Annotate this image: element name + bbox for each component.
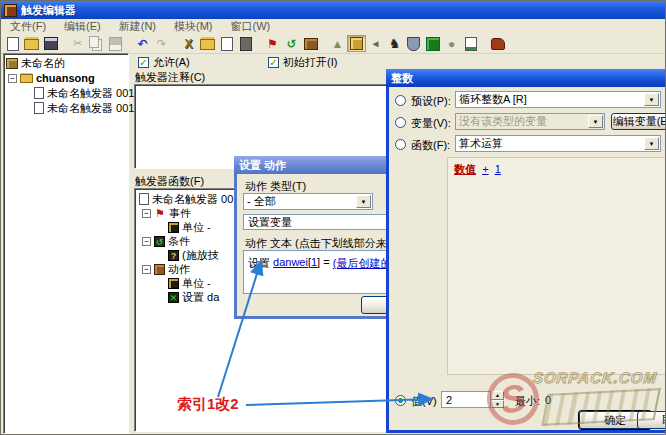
window-title: 触发编辑器 — [21, 3, 76, 18]
tree-root-map[interactable]: 未命名的 — [6, 56, 65, 70]
new-condition-icon[interactable] — [282, 35, 301, 52]
test-map-icon[interactable] — [488, 35, 507, 52]
preset-label: 预设(P): — [411, 94, 451, 109]
integer-cancel-button[interactable]: 取消 — [637, 411, 666, 429]
function-expression-box: 数值 + 1 — [447, 157, 666, 375]
value-text: 2 — [446, 394, 452, 406]
unit-action-icon — [168, 278, 179, 289]
function-dropdown[interactable]: 算术运算 ▼ — [455, 135, 661, 152]
new-action-icon[interactable] — [301, 35, 320, 52]
menu-edit[interactable]: 编辑(E) — [55, 19, 110, 34]
dropdown-arrow-icon[interactable]: ▼ — [644, 93, 659, 106]
action-list-item[interactable]: 设置变量 — [248, 215, 292, 230]
actions-label: 动作 — [168, 262, 190, 277]
open-map-icon[interactable] — [22, 35, 41, 52]
tree-trigger-001[interactable]: 未命名触发器 001 — [34, 86, 134, 100]
save-map-icon[interactable] — [41, 35, 60, 52]
condition-icon: ↺ — [154, 236, 165, 247]
trigger-tree-panel: 未命名的 − chuansong 未命名触发器 001 未命名触发器 001 复… — [3, 53, 129, 434]
value-radio[interactable] — [395, 395, 406, 406]
variable-radio[interactable] — [395, 117, 406, 128]
preset-radio[interactable] — [395, 95, 406, 106]
spinner-up-icon[interactable]: ▲ — [491, 391, 504, 400]
function-value: 算术运算 — [459, 136, 503, 151]
map-icon — [6, 58, 18, 69]
condition-item-label: (施放技 — [182, 248, 219, 263]
menu-new[interactable]: 新建(N) — [110, 19, 165, 34]
spinner-down-icon[interactable]: ▼ — [491, 400, 504, 409]
expression-a-link[interactable]: 数值 — [454, 163, 476, 175]
edit-variable-button[interactable]: 编辑变量(E) — [611, 113, 666, 130]
collapse-toggle[interactable]: − — [142, 265, 151, 274]
new-trigger-icon[interactable] — [217, 35, 236, 52]
action-type-dropdown[interactable]: - 全部 ▼ — [243, 193, 373, 210]
tree-category-chuansong[interactable]: − chuansong — [8, 71, 95, 85]
enabled-checkbox[interactable]: ✓ — [138, 57, 149, 68]
dropdown-arrow-icon[interactable]: ▼ — [356, 195, 371, 208]
copy-icon[interactable] — [87, 35, 106, 52]
new-comment-icon[interactable] — [236, 35, 255, 52]
initially-on-checkbox[interactable]: ✓ — [268, 57, 279, 68]
ftree-action-item-unit[interactable]: 单位 - — [168, 276, 211, 290]
cut-icon[interactable] — [68, 35, 87, 52]
tree-root-label: 未命名的 — [21, 56, 65, 71]
trigger-doc-icon — [34, 87, 44, 99]
collapse-toggle[interactable]: − — [8, 74, 17, 83]
ftree-root-label: 未命名触发器 001 — [152, 192, 239, 207]
min-value: 0 — [545, 394, 551, 406]
action-item-label: 设置 da — [182, 290, 219, 305]
collapse-toggle[interactable]: − — [142, 209, 151, 218]
ftree-action-item-set[interactable]: ✕ 设置 da — [168, 290, 219, 304]
initially-on-label: 初始打开(I) — [283, 55, 337, 70]
expression-op-link[interactable]: + — [482, 163, 488, 175]
ftree-root[interactable]: 未命名触发器 001 — [139, 192, 239, 206]
value-input[interactable]: 2 — [441, 391, 491, 408]
ftree-conditions[interactable]: − ↺ 条件 — [142, 234, 190, 248]
variables-icon[interactable] — [179, 35, 198, 52]
variable-value: 没有该类型的变量 — [459, 114, 547, 129]
redo-icon[interactable] — [152, 35, 171, 52]
dropdown-arrow-icon[interactable]: ▼ — [644, 137, 659, 150]
campaign-editor-icon[interactable] — [404, 35, 423, 52]
expression-b-link[interactable]: 1 — [495, 163, 501, 175]
object-manager-icon[interactable] — [442, 35, 461, 52]
paste-icon[interactable] — [106, 35, 125, 52]
preset-dropdown[interactable]: 循环整数A [R] ▼ — [455, 91, 661, 108]
trigger-label: 未命名触发器 001 — [47, 86, 134, 101]
trigger-editor-icon[interactable] — [347, 35, 366, 52]
action-item-label: 单位 - — [182, 276, 211, 291]
new-event-icon[interactable] — [263, 35, 282, 52]
function-label: 函数(F): — [411, 138, 450, 153]
conditions-label: 条件 — [168, 234, 190, 249]
ftree-event-item[interactable]: 单位 - — [168, 220, 211, 234]
variable-link[interactable]: danwei — [273, 256, 308, 268]
object-editor-icon[interactable] — [385, 35, 404, 52]
ftree-events[interactable]: − ⚑ 事件 — [142, 206, 191, 220]
menu-file[interactable]: 文件(F) — [1, 19, 55, 34]
menubar: 文件(F) 编辑(E) 新建(N) 模块(M) 窗口(W) — [1, 19, 666, 34]
functions-label: 触发器函数(F) — [135, 174, 204, 189]
initially-on-checkbox-row[interactable]: ✓ 初始打开(I) — [268, 56, 337, 69]
new-map-icon[interactable] — [3, 35, 22, 52]
menu-module[interactable]: 模块(M) — [165, 19, 222, 34]
enabled-checkbox-row[interactable]: ✓ 允许(A) — [138, 56, 190, 69]
integer-dialog-title: 整数 — [391, 71, 413, 86]
integer-dialog-titlebar[interactable]: 整数 — [386, 69, 666, 87]
menu-window[interactable]: 窗口(W) — [222, 19, 280, 34]
terrain-editor-icon[interactable] — [328, 35, 347, 52]
function-radio[interactable] — [395, 139, 406, 150]
window-titlebar[interactable]: 触发编辑器 — [1, 1, 666, 19]
ftree-actions[interactable]: − 动作 — [142, 262, 190, 276]
sound-editor-icon[interactable] — [366, 35, 385, 52]
undo-icon[interactable] — [133, 35, 152, 52]
ftree-condition-item[interactable]: ? (施放技 — [168, 248, 219, 262]
dropdown-arrow-icon[interactable]: ▼ — [588, 115, 603, 128]
new-category-icon[interactable] — [198, 35, 217, 52]
variable-dropdown[interactable]: 没有该类型的变量 ▼ — [455, 113, 605, 130]
ai-editor-icon[interactable] — [423, 35, 442, 52]
edit-variable-label: 编辑变量(E) — [613, 114, 666, 129]
value-spinner[interactable]: ▲ ▼ — [491, 391, 504, 408]
import-manager-icon[interactable] — [461, 35, 480, 52]
events-label: 事件 — [169, 206, 191, 221]
collapse-toggle[interactable]: − — [142, 237, 151, 246]
